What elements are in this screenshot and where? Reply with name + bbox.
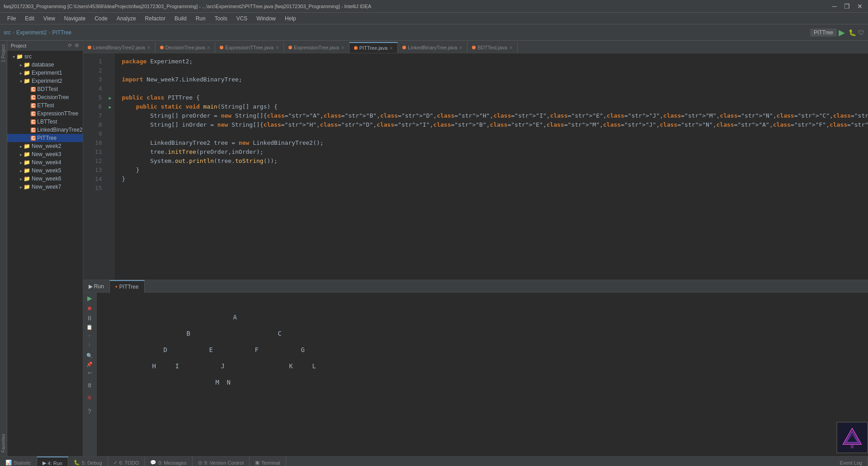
btab-0:-messages[interactable]: 💬 0: Messages xyxy=(145,456,192,466)
tree-item-new_week7[interactable]: ▸ 📁 New_week7 xyxy=(7,183,83,191)
run-tab-run[interactable]: ▶ Run xyxy=(83,280,110,293)
menu-refactor[interactable]: Refactor xyxy=(142,14,169,23)
bc-src[interactable]: src xyxy=(4,29,11,36)
tab-close[interactable]: ✕ xyxy=(341,45,344,50)
run-question-icon[interactable]: ? xyxy=(88,408,91,415)
run-gutter-icon[interactable]: ▶ xyxy=(109,95,112,100)
line-number-14: 14 xyxy=(83,175,102,184)
run-button[interactable]: ▶ xyxy=(839,28,845,38)
tree-item-decisiontree[interactable]: C DecisionTree xyxy=(7,93,83,101)
btab-9:-version-control[interactable]: ◎ 9: Version Control xyxy=(193,456,250,466)
tree-item-expressionttree[interactable]: C ExpressionTTree xyxy=(7,109,83,118)
bottom-tabs-bar: 📊 Statistic▶ 4: Run🐛 5: Debug✓ 6: TODO💬 … xyxy=(0,456,868,466)
menu-edit[interactable]: Edit xyxy=(21,14,38,23)
code-line-10: LinkedBinaryTree2 tree = new LinkedBinar… xyxy=(122,138,868,147)
tab-LinkedBinaryTree2-java[interactable]: LinkedBinaryTree2.java✕ xyxy=(83,42,156,53)
run-filter-icon[interactable]: 🔍 xyxy=(86,353,93,359)
tree-item-new_week3[interactable]: ▸ 📁 New_week3 xyxy=(7,150,83,158)
btab-statistic[interactable]: 📊 Statistic xyxy=(0,456,37,466)
bc-experiment2[interactable]: Experiment2 xyxy=(16,29,47,36)
tab-close[interactable]: ✕ xyxy=(509,45,513,50)
breadcrumb[interactable]: src › Experiment2 › PITTree xyxy=(4,29,71,36)
java-dot xyxy=(288,46,292,49)
btab-4:-run[interactable]: ▶ 4: Run xyxy=(37,456,68,466)
run-config-name[interactable]: PITTree xyxy=(810,29,837,37)
tab-close[interactable]: ✕ xyxy=(275,45,279,50)
tree-item-new_week6[interactable]: ▸ 📁 New_week6 xyxy=(7,175,83,183)
project-header-icons[interactable]: ⟳ ⚙ xyxy=(68,43,79,48)
tabs-bar: LinkedBinaryTree2.java✕DecisionTree.java… xyxy=(83,41,868,53)
tab-close[interactable]: ✕ xyxy=(459,45,462,50)
tab-close[interactable]: ✕ xyxy=(207,45,210,50)
menu-analyze[interactable]: Analyze xyxy=(113,14,140,23)
minimize-btn[interactable]: ─ xyxy=(830,3,839,10)
run-error-icon[interactable]: ✕ xyxy=(87,394,92,401)
run-pause-icon[interactable]: ⏸ xyxy=(86,314,93,322)
tree-item-new_week5[interactable]: ▸ 📁 New_week5 xyxy=(7,166,83,175)
tree-node-E: E xyxy=(209,346,213,353)
run-down-icon[interactable]: ↓ xyxy=(88,341,91,347)
tree-item-experiment1[interactable]: ▸ 📁 Experiment1 xyxy=(7,69,83,77)
run-tab-pittree[interactable]: ● PITTree xyxy=(110,280,145,293)
code-editor[interactable]: 123456789101112131415 ▶▶ package Experim… xyxy=(83,53,868,280)
tree-item-new_week2[interactable]: ▸ 📁 New_week2 xyxy=(7,142,83,150)
btab-5:-debug[interactable]: 🐛 5: Debug xyxy=(68,456,108,466)
run-play-icon[interactable]: ▶ xyxy=(87,295,92,302)
menu-build[interactable]: Build xyxy=(171,14,190,23)
favorites-icon[interactable]: Favorites xyxy=(0,432,7,454)
menu-navigate[interactable]: Navigate xyxy=(61,14,89,23)
project-icon[interactable]: 1 Project xyxy=(0,43,7,64)
coverage-button[interactable]: 🛡 xyxy=(858,29,864,36)
tree-item-ettest[interactable]: C ETTest xyxy=(7,101,83,109)
project-label: Project xyxy=(11,43,26,48)
tree-item-pittree[interactable]: C PITTree xyxy=(7,134,83,142)
menu-view[interactable]: View xyxy=(40,14,59,23)
run-gutter-icon[interactable]: ▶ xyxy=(109,105,112,109)
menu-file[interactable]: File xyxy=(4,14,19,23)
tab-close[interactable]: ✕ xyxy=(389,46,393,51)
tree-item-new_week4[interactable]: ▸ 📁 New_week4 xyxy=(7,158,83,166)
line-number-13: 13 xyxy=(83,166,102,175)
tab-LinkedBinaryTree-java[interactable]: LinkedBinaryTree.java✕ xyxy=(398,42,467,53)
tab-ExpressionTTree-java[interactable]: ExpressionTTree.java✕ xyxy=(215,42,284,53)
menu-vcs[interactable]: VCS xyxy=(233,14,251,23)
tree-node-M: M xyxy=(216,379,219,386)
event-log-button[interactable]: Event Log xyxy=(834,456,868,466)
tree-item-experiment2[interactable]: ▾ 📁 Experiment2 xyxy=(7,77,83,85)
bc-pittree[interactable]: PITTree xyxy=(52,29,71,36)
tree-item-lbttest[interactable]: C LBTTest xyxy=(7,118,83,126)
tree-item-database[interactable]: ▸ 📁 database xyxy=(7,61,83,69)
run-left-icons: ▶ ■ ⏸ 📋 ↑ ↓ 🔍 📌 ↩ 🗑 ✕ ? xyxy=(83,293,97,456)
run-pin-icon[interactable]: 📌 xyxy=(86,361,93,367)
toolbar: src › Experiment2 › PITTree PITTree ▶ 🐛 … xyxy=(0,24,868,41)
sync-icon[interactable]: ⟳ xyxy=(68,43,72,48)
tab-DecisionTree-java[interactable]: DecisionTree.java✕ xyxy=(156,42,216,53)
menu-tools[interactable]: Tools xyxy=(211,14,231,23)
run-up-icon[interactable]: ↑ xyxy=(88,333,91,338)
tab-PITTree-java[interactable]: PITTree.java✕ xyxy=(349,42,398,53)
menu-run[interactable]: Run xyxy=(192,14,209,23)
code-content[interactable]: package Experiment2; import New_week7.Li… xyxy=(115,53,868,280)
btab-6:-todo[interactable]: ✓ 6: TODO xyxy=(108,456,145,466)
menu-code[interactable]: Code xyxy=(91,14,111,23)
run-trash-icon[interactable]: 🗑 xyxy=(87,382,92,388)
tab-close[interactable]: ✕ xyxy=(147,45,151,50)
menu-window[interactable]: Window xyxy=(253,14,279,23)
run-dump-icon[interactable]: 📋 xyxy=(86,324,93,330)
maximize-btn[interactable]: ❐ xyxy=(842,3,852,10)
tab-BDTTest-java[interactable]: BDTTest.java✕ xyxy=(467,42,517,53)
menu-help[interactable]: Help xyxy=(281,14,300,23)
tree-item-bdttest[interactable]: C BDTTest xyxy=(7,85,83,93)
settings-icon[interactable]: ⚙ xyxy=(75,43,79,48)
debug-button[interactable]: 🐛 xyxy=(849,29,856,36)
btab-terminal[interactable]: ▣ Terminal xyxy=(250,456,286,466)
run-stop-icon[interactable]: ■ xyxy=(88,304,91,312)
tree-item-linkedbinarytree2[interactable]: C LinkedBinaryTree2 xyxy=(7,126,83,134)
gutter: ▶▶ xyxy=(106,53,115,280)
tree-node-F: F xyxy=(255,346,259,353)
window-controls[interactable]: ─ ❐ ✕ xyxy=(830,3,864,10)
close-btn[interactable]: ✕ xyxy=(855,3,864,10)
tab-ExpressionTree-java[interactable]: ExpressionTree.java✕ xyxy=(284,42,349,53)
run-wrap-icon[interactable]: ↩ xyxy=(88,370,92,376)
tree-item-src[interactable]: ▾ 📁 src xyxy=(7,52,83,61)
